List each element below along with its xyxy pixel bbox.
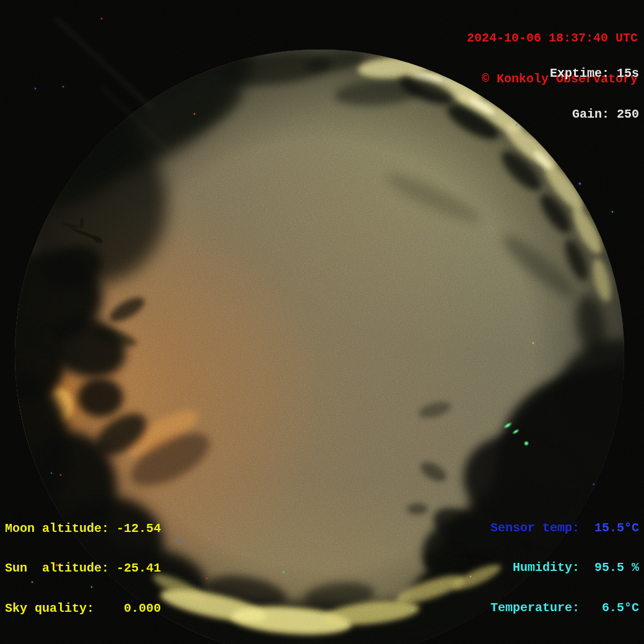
allsky-camera-frame: 2024-10-06 18:37:40 UTC © Konkoly Observ… xyxy=(0,0,644,644)
star-dot xyxy=(51,472,52,474)
cloud-shadow xyxy=(381,167,485,230)
star-dot xyxy=(412,609,413,611)
humidity-text: Humidity: 95.5 % xyxy=(490,561,639,575)
star-dot xyxy=(206,578,207,579)
tree-silhouette xyxy=(77,378,124,417)
star-dot xyxy=(60,474,61,476)
moon-altitude-text: Moon altitude: -12.54 xyxy=(5,522,161,536)
green-led xyxy=(524,441,529,446)
foliage-silhouette xyxy=(425,548,464,574)
sensor-temp-label: Sensor temp: xyxy=(490,521,580,535)
cloud-shadow xyxy=(407,503,428,515)
star-dot xyxy=(101,18,102,19)
star-dot xyxy=(283,572,284,573)
cloud-shadow xyxy=(417,458,450,485)
sensor-temp-value: 15.5°C xyxy=(580,521,639,535)
sun-altitude-text: Sun altitude: -25.41 xyxy=(5,562,161,575)
humidity-label: Humidity: xyxy=(490,560,580,575)
humidity-value: 95.5 % xyxy=(580,560,639,575)
star-dot xyxy=(63,86,64,87)
sky-quality-text: Sky quality: 0.000 xyxy=(5,602,161,616)
exptime-text: Exptime: 15s xyxy=(550,67,639,80)
star-dot xyxy=(533,342,534,344)
star-dot xyxy=(593,484,594,485)
star-dot xyxy=(35,88,36,89)
astro-info: Moon altitude: -12.54 Sun altitude: -25.… xyxy=(5,495,161,642)
tree-silhouette xyxy=(106,293,148,327)
dome-edge-streak xyxy=(53,16,154,111)
star-dot xyxy=(416,308,417,309)
temperature-value: 6.5°C xyxy=(580,601,639,615)
sensor-temp-text: Sensor temp: 15.5°C xyxy=(490,521,639,535)
sensor-info: Sensor temp: 15.5°C Humidity: 95.5 % Tem… xyxy=(490,495,639,642)
temperature-label: Temperature: xyxy=(490,601,580,615)
star-dot xyxy=(470,576,471,577)
star-dot xyxy=(178,539,180,541)
star-dot xyxy=(612,211,613,212)
cloud-shadow xyxy=(417,399,453,420)
star-dot xyxy=(579,183,581,185)
star-dot xyxy=(194,113,195,115)
temperature-text: Temperature: 6.5°C xyxy=(490,601,639,615)
star-dot xyxy=(516,124,517,126)
gain-text: Gain: 250 xyxy=(550,108,639,121)
cloud-shadow xyxy=(302,48,366,76)
exposure-info: Exptime: 15s Gain: 250 xyxy=(550,40,639,149)
star-dot xyxy=(425,233,427,235)
